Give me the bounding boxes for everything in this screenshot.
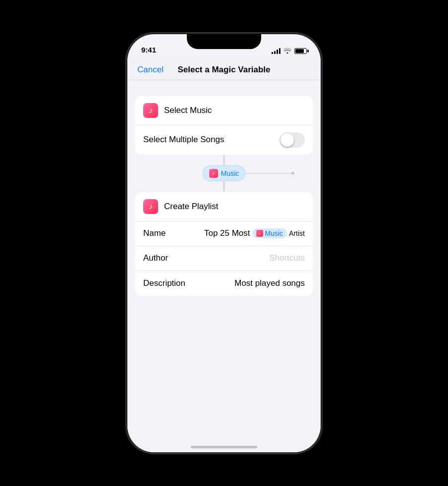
author-placeholder: Shortcuts <box>269 253 305 263</box>
select-multiple-toggle[interactable] <box>280 132 305 148</box>
badge-music-icon: ♪ <box>209 169 218 178</box>
name-field-value: Top 25 Most ♪ Music Artist <box>193 228 305 238</box>
badge-music-glyph: ♪ <box>212 170 215 176</box>
inline-music-icon: ♪ <box>256 230 263 237</box>
connector-line-bottom <box>224 181 224 191</box>
connector-horizontal <box>245 173 294 173</box>
inline-music-glyph: ♪ <box>259 231 261 236</box>
music-note-glyph: ♪ <box>149 106 153 115</box>
home-indicator <box>191 446 257 448</box>
music-token[interactable]: ♪ Music <box>252 228 287 238</box>
connector-area: ♪ Music <box>135 156 313 191</box>
select-music-card: ♪ Select Music Select Multiple Songs <box>135 96 313 155</box>
wifi-icon <box>283 48 291 55</box>
signal-bars-icon <box>272 48 280 54</box>
toggle-knob <box>280 133 294 147</box>
nav-bar: Cancel Select a Magic Variable <box>127 59 321 80</box>
phone-frame: 9:41 Cancel Select <box>127 34 321 452</box>
description-value: Most played songs <box>234 278 305 288</box>
description-field-label: Description <box>143 278 193 288</box>
music-icon: ♪ <box>143 103 158 118</box>
status-icons <box>272 48 307 55</box>
screen-content: Cancel Select a Magic Variable ♪ Select … <box>127 59 321 452</box>
magic-variable-badge[interactable]: ♪ Music <box>203 165 246 181</box>
page-title: Select a Magic Variable <box>167 65 281 75</box>
select-music-label: Select Music <box>164 106 305 115</box>
select-music-row[interactable]: ♪ Select Music <box>135 96 313 125</box>
description-field-row: Description Most played songs <box>135 271 313 296</box>
cancel-button[interactable]: Cancel <box>137 65 167 75</box>
description-field-value: Most played songs <box>193 278 305 288</box>
create-playlist-card: ♪ Create Playlist Name Top 25 Most ♪ Mus… <box>135 192 313 296</box>
badge-text: Music <box>221 169 239 177</box>
name-field-row: Name Top 25 Most ♪ Music Artist <box>135 221 313 246</box>
author-field-label: Author <box>143 253 193 263</box>
create-playlist-label: Create Playlist <box>164 202 305 212</box>
create-playlist-note-glyph: ♪ <box>149 202 153 211</box>
select-multiple-songs-label: Select Multiple Songs <box>143 135 280 145</box>
scroll-area: ♪ Select Music Select Multiple Songs <box>127 80 321 306</box>
artist-tag: Artist <box>289 229 305 237</box>
status-time: 9:41 <box>141 46 156 55</box>
inline-token-text: Music <box>265 229 283 237</box>
battery-icon <box>294 48 307 54</box>
connector-line-top <box>224 156 224 165</box>
create-playlist-header-row[interactable]: ♪ Create Playlist <box>135 192 313 221</box>
notch <box>187 34 261 49</box>
name-value-text: Top 25 Most <box>204 228 250 238</box>
create-playlist-music-icon: ♪ <box>143 199 158 214</box>
author-field-value: Shortcuts <box>193 253 305 263</box>
name-field-label: Name <box>143 228 193 238</box>
author-field-row: Author Shortcuts <box>135 246 313 271</box>
select-multiple-songs-row: Select Multiple Songs <box>135 125 313 155</box>
